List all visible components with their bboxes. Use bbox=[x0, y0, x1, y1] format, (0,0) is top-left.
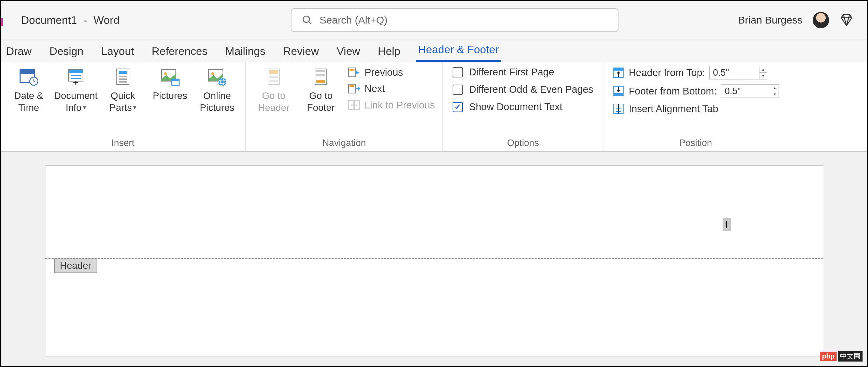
link-to-previous-button: Link to Previous bbox=[346, 99, 436, 112]
show-document-text-checkbox[interactable]: Show Document Text bbox=[453, 101, 593, 113]
svg-point-0 bbox=[303, 16, 310, 23]
goto-footer-button[interactable]: Go to Footer bbox=[299, 64, 343, 116]
spinner-down-icon[interactable]: ▼ bbox=[771, 91, 779, 98]
ribbon-tabs: Draw Design Layout References Mailings R… bbox=[1, 40, 867, 62]
tab-header-footer[interactable]: Header & Footer bbox=[416, 40, 501, 62]
svg-rect-38 bbox=[614, 68, 623, 71]
svg-rect-30 bbox=[316, 80, 325, 83]
svg-rect-11 bbox=[119, 76, 127, 77]
svg-point-19 bbox=[211, 72, 214, 75]
header-from-top-row: Header from Top: 0.5" ▲▼ bbox=[612, 66, 779, 79]
tab-view[interactable]: View bbox=[335, 42, 362, 62]
group-navigation: Go to Header Go to Footer Previous Next bbox=[246, 62, 443, 151]
header-divider bbox=[45, 258, 823, 259]
svg-rect-12 bbox=[119, 78, 127, 80]
tab-design[interactable]: Design bbox=[47, 42, 86, 62]
checkbox-icon bbox=[453, 85, 463, 95]
document-name: Document1 bbox=[21, 14, 77, 26]
svg-rect-25 bbox=[269, 76, 278, 78]
svg-point-15 bbox=[164, 72, 167, 75]
document-info-icon bbox=[65, 67, 87, 87]
search-icon bbox=[302, 15, 313, 26]
tab-review[interactable]: Review bbox=[281, 42, 321, 62]
chevron-down-icon: ▾ bbox=[133, 104, 136, 112]
group-insert-label: Insert bbox=[111, 136, 134, 149]
svg-rect-34 bbox=[350, 85, 354, 87]
watermark: php中文网 bbox=[820, 351, 863, 362]
svg-rect-7 bbox=[71, 75, 81, 76]
footer-from-bottom-icon bbox=[612, 85, 625, 97]
tab-layout[interactable]: Layout bbox=[99, 42, 136, 62]
svg-rect-17 bbox=[172, 79, 179, 81]
svg-rect-10 bbox=[119, 71, 127, 74]
ribbon: Date & Time Document Info ▾ Quick Parts … bbox=[1, 62, 867, 152]
goto-header-icon bbox=[263, 67, 285, 87]
header-from-top-icon bbox=[612, 67, 625, 79]
premium-diamond-icon[interactable] bbox=[839, 13, 854, 27]
calendar-clock-icon bbox=[18, 67, 40, 87]
spinner-up-icon[interactable]: ▲ bbox=[771, 85, 779, 91]
spinner-up-icon[interactable]: ▲ bbox=[759, 66, 767, 73]
accent-bar bbox=[1, 18, 3, 26]
online-pictures-icon bbox=[206, 67, 228, 87]
avatar[interactable] bbox=[813, 12, 829, 28]
title-sep: - bbox=[84, 14, 87, 26]
next-icon bbox=[347, 83, 360, 94]
pictures-icon bbox=[159, 67, 181, 87]
svg-rect-28 bbox=[316, 70, 325, 72]
goto-footer-icon bbox=[310, 67, 332, 87]
insert-alignment-tab-button[interactable]: Insert Alignment Tab bbox=[612, 103, 779, 115]
document-info-button[interactable]: Document Info ▾ bbox=[54, 64, 98, 116]
checkbox-checked-icon bbox=[453, 102, 463, 112]
page-number[interactable]: 1 bbox=[723, 218, 731, 231]
next-button[interactable]: Next bbox=[346, 82, 436, 95]
quick-parts-button[interactable]: Quick Parts ▾ bbox=[101, 64, 145, 116]
header-from-top-input[interactable]: 0.5" ▲▼ bbox=[709, 66, 767, 79]
user-name[interactable]: Brian Burgess bbox=[738, 14, 802, 26]
user-area: Brian Burgess bbox=[738, 12, 854, 28]
goto-header-button: Go to Header bbox=[252, 64, 296, 116]
previous-button[interactable]: Previous bbox=[346, 66, 436, 79]
header-region[interactable]: 1 bbox=[45, 166, 823, 258]
svg-rect-29 bbox=[316, 74, 325, 76]
document-area[interactable]: 1 Header bbox=[1, 152, 867, 366]
tab-draw[interactable]: Draw bbox=[4, 42, 34, 62]
group-position: Header from Top: 0.5" ▲▼ Footer from Bot… bbox=[603, 62, 788, 151]
svg-rect-8 bbox=[71, 78, 81, 79]
tab-mailings[interactable]: Mailings bbox=[223, 42, 267, 62]
svg-line-1 bbox=[309, 21, 311, 24]
svg-rect-13 bbox=[119, 81, 127, 83]
search-placeholder: Search (Alt+Q) bbox=[319, 14, 387, 26]
previous-icon bbox=[347, 67, 360, 78]
alignment-tab-icon bbox=[612, 103, 625, 115]
spinner-down-icon[interactable]: ▼ bbox=[759, 73, 767, 79]
group-options: Different First Page Different Odd & Eve… bbox=[443, 62, 603, 151]
svg-point-20 bbox=[218, 78, 226, 86]
date-time-button[interactable]: Date & Time bbox=[7, 64, 51, 116]
search-input[interactable]: Search (Alt+Q) bbox=[291, 8, 618, 32]
different-first-page-checkbox[interactable]: Different First Page bbox=[453, 67, 593, 78]
page[interactable]: 1 Header bbox=[45, 165, 823, 356]
pictures-button[interactable]: Pictures bbox=[148, 64, 192, 104]
group-options-label: Options bbox=[507, 136, 539, 149]
checkbox-icon bbox=[453, 67, 463, 77]
link-icon bbox=[347, 99, 360, 111]
svg-rect-26 bbox=[269, 80, 278, 82]
footer-from-bottom-input[interactable]: 0.5" ▲▼ bbox=[721, 84, 779, 98]
chevron-down-icon: ▾ bbox=[83, 104, 86, 112]
tab-help[interactable]: Help bbox=[376, 42, 402, 62]
tab-references[interactable]: References bbox=[150, 42, 210, 62]
svg-rect-6 bbox=[69, 70, 83, 73]
footer-from-bottom-row: Footer from Bottom: 0.5" ▲▼ bbox=[612, 84, 779, 98]
header-tag: Header bbox=[54, 259, 97, 273]
svg-rect-24 bbox=[269, 70, 278, 74]
group-position-label: Position bbox=[679, 136, 712, 149]
online-pictures-button[interactable]: Online Pictures bbox=[195, 64, 239, 116]
title-bar: Document1 - Word Search (Alt+Q) Brian Bu… bbox=[1, 1, 867, 40]
window-title: Document1 - Word bbox=[21, 14, 119, 27]
different-odd-even-checkbox[interactable]: Different Odd & Even Pages bbox=[453, 84, 593, 95]
group-insert: Date & Time Document Info ▾ Quick Parts … bbox=[1, 62, 246, 151]
svg-rect-40 bbox=[614, 93, 623, 96]
quick-parts-icon bbox=[112, 67, 134, 87]
svg-rect-3 bbox=[20, 70, 34, 74]
